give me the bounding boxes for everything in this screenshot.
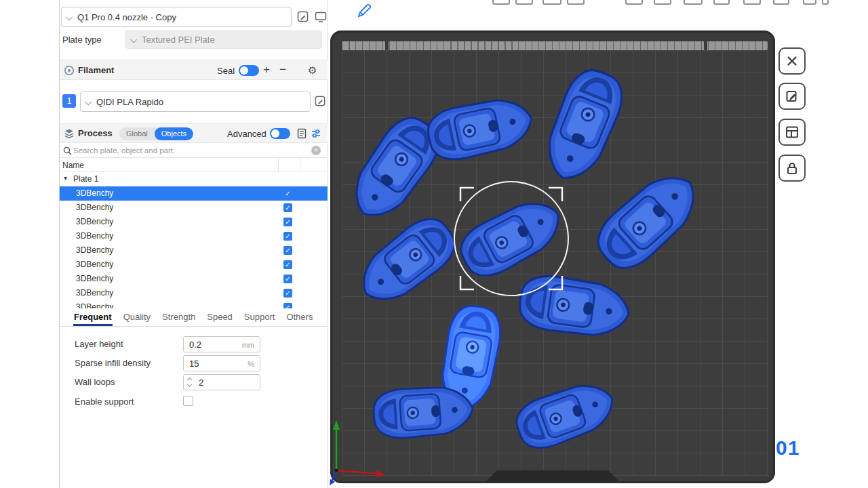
object-name: 3DBenchy (76, 245, 113, 255)
visibility-checkbox[interactable]: ✓ (283, 203, 292, 212)
settings-tabs: FrequentQualityStrengthSpeedSupportOther… (60, 308, 328, 327)
process-section-header: Process Global Objects Advanced (60, 123, 328, 143)
benchy-model[interactable] (424, 93, 536, 165)
filament-settings-gear-icon[interactable]: ⚙ (308, 64, 317, 77)
plate-type-value: Textured PEI Plate (142, 35, 215, 45)
segment-global[interactable]: Global (119, 127, 155, 140)
seal-label: Seal (217, 66, 235, 76)
visibility-checkbox[interactable]: ✓ (283, 246, 292, 255)
setting-wall-loops: Wall loops 2 (60, 374, 328, 390)
layout-panels-button[interactable] (778, 119, 806, 146)
plate-label: Plate 1 (73, 174, 98, 184)
list-item[interactable]: 3DBenchy ✓ (60, 186, 328, 201)
remove-filament-button[interactable]: − (277, 63, 289, 77)
close-plate-button[interactable] (778, 47, 806, 75)
filament-spool-icon (64, 65, 75, 76)
object-name: 3DBenchy (76, 288, 113, 298)
layer-height-input[interactable]: 0.2 mm (183, 336, 260, 352)
visibility-checkbox[interactable]: ✓ (283, 289, 292, 298)
benchy-model[interactable] (588, 162, 709, 279)
object-name: 3DBenchy (76, 217, 113, 226)
add-filament-button[interactable]: + (260, 63, 273, 77)
tree-plate-row[interactable]: ▾ Plate 1 (60, 172, 328, 186)
printer-name: Q1 Pro 0.4 nozzle - Copy (77, 12, 176, 22)
object-name: 3DBenchy (76, 260, 113, 269)
object-name: 3DBenchy (76, 302, 113, 308)
tab-frequent[interactable]: Frequent (73, 309, 113, 326)
sidebar: Q1 Pro 0.4 nozzle - Copy Plate type Text… (60, 0, 328, 488)
visibility-checkbox[interactable]: ✓ (283, 218, 292, 226)
setting-label: Enable support (75, 396, 134, 407)
lock-button[interactable] (778, 155, 806, 182)
setting-enable-support: Enable support (60, 394, 328, 410)
tab-strength[interactable]: Strength (161, 309, 196, 326)
column-divider (300, 158, 300, 172)
monitor-icon (314, 10, 328, 24)
visibility-checkbox[interactable]: ✓ (283, 274, 292, 283)
close-icon (784, 53, 800, 69)
list-item[interactable]: 3DBenchy ✓ (60, 258, 328, 272)
segment-objects[interactable]: Objects (155, 127, 193, 140)
visibility-checkbox[interactable]: ✓ (283, 260, 292, 269)
edit-filament-icon[interactable] (313, 94, 327, 108)
tree-header: Name (60, 158, 328, 172)
boats-layer (341, 63, 709, 455)
benchy-model[interactable] (517, 272, 633, 340)
wall-loops-stepper[interactable]: 2 (183, 374, 260, 390)
list-item[interactable]: 3DBenchy ✓ (60, 286, 328, 300)
benchy-model[interactable] (511, 375, 620, 455)
chevron-down-icon (130, 37, 137, 43)
setting-label: Layer height (75, 339, 123, 349)
visibility-checkbox[interactable]: ✓ (283, 189, 292, 198)
benchy-model[interactable] (453, 190, 569, 285)
seal-toggle[interactable] (239, 65, 259, 76)
setting-sparse-infill: Sparse infill density 15 % (60, 355, 328, 371)
spinner-arrows-icon[interactable] (187, 377, 194, 389)
tab-others[interactable]: Others (285, 309, 313, 326)
advanced-toggle[interactable] (270, 128, 290, 139)
tab-speed[interactable]: Speed (206, 309, 233, 326)
list-item[interactable]: 3DBenchy ✓ (60, 243, 328, 258)
sparse-infill-input[interactable]: 15 % (183, 355, 260, 371)
clear-search-icon[interactable]: × (311, 146, 321, 155)
object-name: 3DBenchy (76, 274, 113, 283)
tune-icon[interactable] (311, 128, 321, 139)
search-input[interactable] (73, 144, 311, 157)
tab-quality[interactable]: Quality (123, 309, 151, 326)
list-item[interactable]: 3DBenchy ✓ (60, 229, 328, 243)
chevron-down-icon (66, 14, 73, 20)
benchy-model[interactable] (372, 384, 475, 440)
search-icon (63, 146, 72, 155)
enable-support-checkbox[interactable] (183, 396, 193, 406)
benchy-model[interactable] (350, 209, 464, 314)
edit-printer-icon[interactable] (296, 9, 311, 24)
printer-select[interactable]: Q1 Pro 0.4 nozzle - Copy (61, 7, 292, 27)
setting-label: Wall loops (75, 377, 115, 387)
pencil-square-icon (314, 95, 327, 108)
filament-slot-number[interactable]: 1 (62, 94, 76, 108)
benchy-model[interactable] (536, 63, 630, 188)
slicer-window: Q1 Pro 0.4 nozzle - Copy Plate type Text… (0, 0, 868, 488)
list-item[interactable]: 3DBenchy ✓ (60, 201, 328, 215)
auto-orient-icon (784, 88, 800, 104)
plate-type-select[interactable]: Textured PEI Plate (125, 30, 322, 49)
object-name: 3DBenchy (76, 231, 113, 241)
filament-select[interactable]: QIDI PLA Rapido (80, 92, 311, 112)
setting-label: Sparse infill density (75, 358, 151, 368)
settings-list-icon[interactable] (296, 128, 307, 139)
selection-bracket (460, 276, 474, 289)
auto-orient-button[interactable] (778, 83, 806, 110)
tab-support[interactable]: Support (243, 309, 276, 326)
plate-number-badge[interactable]: 01 (776, 436, 800, 460)
visibility-checkbox[interactable]: ✓ (283, 303, 292, 308)
list-item[interactable]: 3DBenchy ✓ (60, 215, 328, 229)
chevron-down-icon (85, 98, 92, 105)
pencil-square-icon (296, 10, 310, 24)
caret-down-icon[interactable]: ▾ (64, 174, 67, 182)
visibility-checkbox[interactable]: ✓ (283, 232, 292, 241)
setting-layer-height: Layer height 0.2 mm (60, 336, 328, 352)
list-item[interactable]: 3DBenchy ✓ (60, 272, 328, 286)
device-panel-icon[interactable] (313, 9, 328, 24)
object-name: 3DBenchy (76, 203, 113, 212)
list-item[interactable]: 3DBenchy ✓ (60, 300, 328, 308)
